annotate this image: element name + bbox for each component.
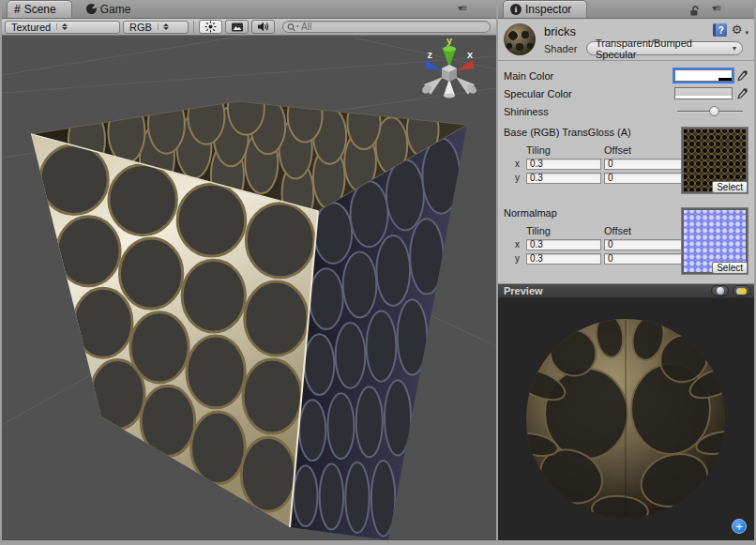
specular-color-swatch[interactable] — [674, 87, 733, 99]
updown-arrows-icon — [158, 23, 169, 30]
eyedropper-icon[interactable] — [736, 69, 748, 83]
tab-inspector-label: Inspector — [525, 3, 571, 16]
scene-search — [282, 21, 491, 33]
base-offset-y-input[interactable] — [604, 173, 683, 184]
y-axis-label: y — [511, 253, 523, 264]
scene-toolbar: Textured RGB — [2, 19, 496, 36]
search-icon — [287, 23, 301, 32]
toolbar-separator — [193, 21, 194, 33]
x-axis-label: x — [511, 239, 523, 250]
material-ball-icon — [504, 23, 536, 55]
normalmap-select-button[interactable]: Select — [712, 262, 748, 274]
tab-inspector[interactable]: i Inspector — [503, 0, 587, 18]
preview-sphere-canvas — [498, 298, 754, 540]
tab-game-label: Game — [100, 3, 131, 16]
help-icon[interactable]: ? — [713, 23, 727, 37]
material-properties: Main Color Specular Color Shininess — [498, 61, 754, 283]
inspector-tabstrip: i Inspector ▾≡ — [498, 0, 754, 19]
updown-arrows-icon — [56, 23, 68, 30]
main-color-label: Main Color — [504, 70, 674, 82]
normalmap-offset-x-input[interactable] — [604, 239, 683, 250]
unity-editor-window: yxz # Scene Game ▾≡ Textured RGB — [0, 0, 756, 545]
speaker-icon — [257, 21, 270, 33]
tab-game[interactable]: Game — [77, 0, 141, 18]
base-texture-thumbnail[interactable]: Select — [681, 127, 748, 194]
x-axis-label: x — [511, 159, 523, 169]
image-icon — [231, 22, 244, 33]
svg-text:z: z — [428, 49, 433, 60]
normalmap-tiling-y-input[interactable] — [526, 253, 601, 265]
dropdown-arrow-icon: ▾ — [733, 44, 736, 53]
light-dot-yellow-icon — [740, 288, 747, 295]
draw-mode-value: Textured — [11, 22, 51, 33]
sphere-icon — [717, 287, 724, 295]
preview-sphere-button[interactable] — [711, 285, 729, 296]
inspector-panel: i Inspector ▾≡ bricks Shader Transparent… — [498, 0, 754, 540]
base-offset-x-input[interactable] — [604, 159, 683, 170]
normalmap-tiling-x-input[interactable] — [526, 239, 601, 250]
eyedropper-icon[interactable] — [736, 87, 748, 100]
info-icon: i — [510, 4, 522, 15]
gear-icon[interactable]: ⚙ — [732, 23, 743, 37]
svg-text:x: x — [467, 49, 474, 60]
preview-title: Preview — [504, 285, 711, 296]
preview-header[interactable]: Preview — [498, 283, 754, 298]
offset-label: Offset — [604, 144, 683, 156]
sun-icon — [204, 21, 217, 33]
draw-mode-dropdown[interactable]: Textured — [5, 21, 120, 34]
scene-lighting-toggle-button[interactable] — [199, 20, 222, 34]
tiling-label: Tiling — [526, 144, 601, 156]
tab-scene-label: Scene — [24, 3, 56, 16]
scene-grid-icon: # — [14, 3, 21, 16]
color-mode-value: RGB — [129, 22, 152, 33]
scene-panel-menu-icon[interactable]: ▾≡ — [458, 3, 466, 13]
lock-icon[interactable] — [689, 4, 700, 21]
shininess-label: Shininess — [504, 106, 677, 117]
preview-lighting-button[interactable] — [733, 285, 750, 296]
base-tiling-x-input[interactable] — [526, 159, 601, 170]
y-axis-label: y — [511, 173, 523, 183]
scene-skybox-toggle-button[interactable] — [225, 20, 249, 34]
scene-3d-canvas[interactable]: yxz — [2, 0, 496, 540]
main-color-row: Main Color — [498, 67, 754, 84]
tab-scene[interactable]: # Scene — [7, 0, 72, 18]
main-color-swatch[interactable] — [674, 69, 733, 82]
shader-label: Shader — [544, 43, 586, 54]
inspector-panel-menu-icon[interactable]: ▾≡ — [712, 3, 720, 13]
color-mode-dropdown[interactable]: RGB — [123, 21, 189, 34]
scene-tabstrip: # Scene Game ▾≡ — [2, 0, 496, 19]
normalmap-texture-block: Normalmap Tiling Offset x y — [504, 207, 748, 276]
scene-panel: yxz # Scene Game ▾≡ Textured RGB — [2, 0, 496, 540]
base-tiling-y-input[interactable] — [526, 173, 601, 184]
slider-thumb[interactable] — [709, 106, 719, 116]
material-header: bricks Shader Transparent/Bumped Specula… — [498, 19, 754, 61]
shininess-row: Shininess — [498, 102, 754, 120]
add-button[interactable]: + — [732, 519, 747, 534]
tiling-label: Tiling — [526, 225, 601, 236]
base-texture-block: Base (RGB) TransGloss (A) Tiling Offset … — [504, 127, 748, 195]
scene-search-input[interactable] — [301, 22, 486, 32]
specular-color-label: Specular Color — [504, 88, 674, 99]
normalmap-offset-y-input[interactable] — [604, 253, 683, 265]
material-preview-area[interactable]: + — [498, 298, 754, 540]
offset-label: Offset — [604, 225, 683, 236]
specular-color-row: Specular Color — [498, 84, 754, 102]
shader-value: Transparent/Bumped Specular — [596, 38, 733, 60]
shininess-slider[interactable] — [677, 105, 743, 117]
normalmap-thumbnail[interactable]: Select — [681, 207, 748, 275]
scene-audio-toggle-button[interactable] — [251, 20, 275, 34]
base-texture-select-button[interactable]: Select — [712, 181, 748, 193]
game-icon — [86, 4, 97, 14]
svg-text:y: y — [446, 35, 453, 46]
shader-dropdown[interactable]: Transparent/Bumped Specular ▾ — [586, 41, 743, 55]
gear-dropdown-arrow-icon: ▾ — [745, 29, 748, 37]
